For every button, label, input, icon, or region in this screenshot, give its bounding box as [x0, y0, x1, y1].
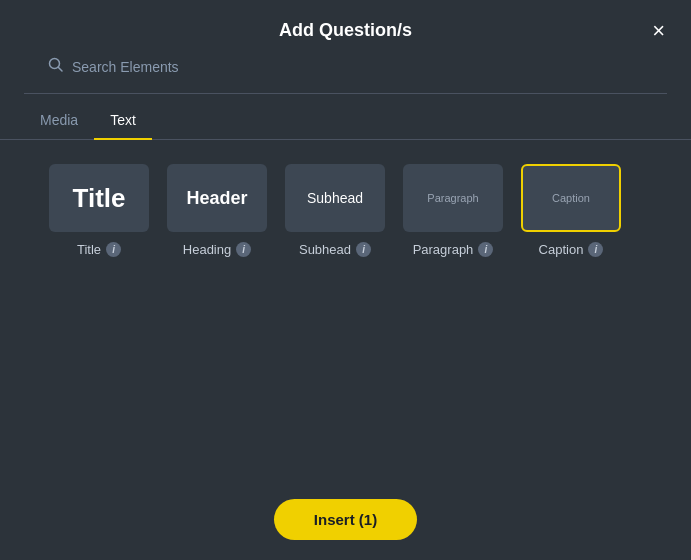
element-label-title: Title	[77, 242, 101, 257]
preview-subhead-text: Subhead	[307, 190, 363, 206]
info-icon-caption[interactable]: i	[588, 242, 603, 257]
add-question-modal: Add Question/s × Media Text Title Title …	[0, 0, 691, 560]
info-icon-paragraph[interactable]: i	[478, 242, 493, 257]
element-item-caption[interactable]: Caption Caption i	[512, 164, 630, 455]
close-button[interactable]: ×	[646, 18, 671, 44]
svg-line-1	[59, 68, 63, 72]
elements-grid: Title Title i Header Heading i Subhead S…	[0, 140, 691, 479]
preview-title-text: Title	[73, 183, 126, 214]
element-label-caption: Caption	[539, 242, 584, 257]
element-preview-subhead[interactable]: Subhead	[285, 164, 385, 232]
preview-caption-text: Caption	[552, 192, 590, 204]
element-item-paragraph[interactable]: Paragraph Paragraph i	[394, 164, 512, 455]
search-bar	[24, 57, 667, 94]
element-label-heading: Heading	[183, 242, 231, 257]
preview-header-text: Header	[186, 188, 247, 209]
tab-media[interactable]: Media	[24, 102, 94, 140]
search-input[interactable]	[72, 59, 292, 75]
element-label-row-title: Title i	[77, 242, 121, 257]
preview-paragraph-text: Paragraph	[427, 191, 478, 205]
element-label-row-caption: Caption i	[539, 242, 604, 257]
info-icon-heading[interactable]: i	[236, 242, 251, 257]
element-preview-caption[interactable]: Caption	[521, 164, 621, 232]
element-preview-paragraph[interactable]: Paragraph	[403, 164, 503, 232]
element-item-subhead[interactable]: Subhead Subhead i	[276, 164, 394, 455]
element-item-title[interactable]: Title Title i	[40, 164, 158, 455]
element-preview-heading[interactable]: Header	[167, 164, 267, 232]
info-icon-title[interactable]: i	[106, 242, 121, 257]
modal-title: Add Question/s	[279, 20, 412, 41]
element-label-paragraph: Paragraph	[413, 242, 474, 257]
element-label-row-subhead: Subhead i	[299, 242, 371, 257]
element-label-row-heading: Heading i	[183, 242, 251, 257]
tabs-bar: Media Text	[0, 102, 691, 140]
element-preview-title[interactable]: Title	[49, 164, 149, 232]
insert-btn-container: Insert (1)	[0, 479, 691, 560]
insert-button[interactable]: Insert (1)	[274, 499, 417, 540]
tab-text[interactable]: Text	[94, 102, 152, 140]
element-label-row-paragraph: Paragraph i	[413, 242, 494, 257]
element-item-heading[interactable]: Header Heading i	[158, 164, 276, 455]
info-icon-subhead[interactable]: i	[356, 242, 371, 257]
element-label-subhead: Subhead	[299, 242, 351, 257]
search-icon	[48, 57, 64, 77]
modal-header: Add Question/s ×	[0, 0, 691, 57]
